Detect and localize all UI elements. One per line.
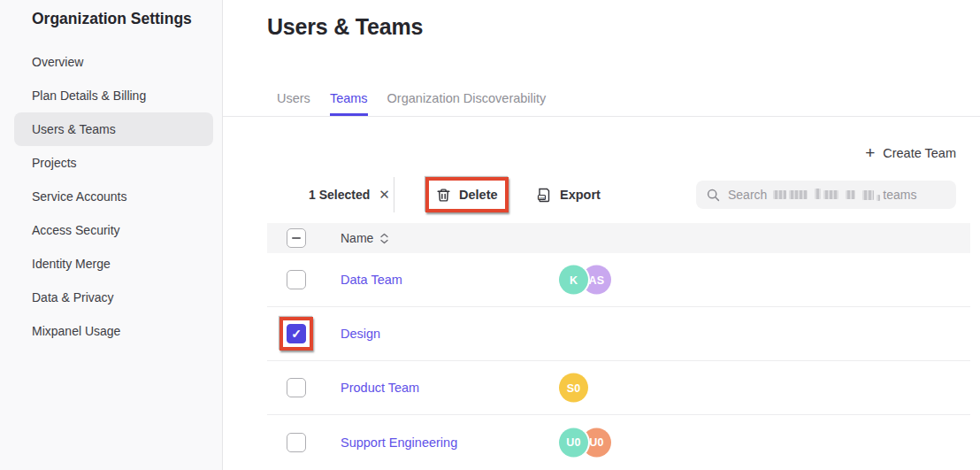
main-content: Users & Teams Users Teams Organization D… bbox=[223, 0, 980, 470]
annotation-highlight-checkbox: ✓ bbox=[279, 317, 313, 351]
redacted-text-block bbox=[877, 195, 880, 201]
sidebar-item-overview[interactable]: Overview bbox=[14, 45, 213, 79]
teams-table: Name Data Team K AS ✓ bbox=[267, 223, 970, 470]
check-icon: ✓ bbox=[291, 327, 302, 340]
table-row: ✓ Design bbox=[267, 307, 970, 361]
sidebar-item-plan-details-billing[interactable]: Plan Details & Billing bbox=[14, 79, 213, 112]
sidebar-item-mixpanel-usage[interactable]: Mixpanel Usage bbox=[14, 314, 213, 348]
member-avatars: S0 bbox=[559, 374, 588, 403]
indeterminate-icon bbox=[292, 237, 301, 239]
tab-organization-discoverability[interactable]: Organization Discoverability bbox=[387, 81, 547, 116]
name-column-header[interactable]: Name bbox=[341, 231, 388, 245]
member-avatars: K AS bbox=[559, 266, 611, 295]
redacted-text-block bbox=[773, 190, 786, 199]
export-button[interactable]: csv Export bbox=[529, 177, 608, 212]
row-checkbox-data-team[interactable] bbox=[287, 270, 306, 289]
tab-teams[interactable]: Teams bbox=[330, 81, 368, 116]
member-avatars: U0 U0 bbox=[559, 428, 611, 457]
clear-selection-button[interactable]: ✕ bbox=[379, 187, 390, 203]
table-row: Support Engineering U0 U0 bbox=[267, 415, 970, 469]
sidebar-nav: Overview Plan Details & Billing Users & … bbox=[0, 45, 222, 348]
sort-icon[interactable] bbox=[380, 233, 388, 244]
toolbar-divider bbox=[394, 177, 394, 212]
close-icon: ✕ bbox=[379, 187, 390, 202]
row-checkbox-support-engineering[interactable] bbox=[287, 433, 306, 452]
team-link-product-team[interactable]: Product Team bbox=[341, 381, 419, 395]
selection-count-label: 1 Selected bbox=[309, 188, 370, 202]
delete-button[interactable]: Delete bbox=[429, 181, 505, 209]
redacted-text-block bbox=[815, 189, 821, 199]
row-checkbox-product-team[interactable] bbox=[287, 378, 306, 397]
delete-label: Delete bbox=[459, 188, 498, 202]
team-link-design[interactable]: Design bbox=[341, 327, 380, 341]
trash-icon bbox=[436, 188, 451, 203]
annotation-highlight-delete: Delete bbox=[425, 177, 509, 212]
bulk-action-toolbar: 1 Selected ✕ Delete bbox=[223, 177, 956, 212]
team-link-data-team[interactable]: Data Team bbox=[341, 273, 402, 287]
tab-bar: Users Teams Organization Discoverability bbox=[223, 81, 980, 117]
redacted-text-block bbox=[823, 190, 838, 199]
sidebar-item-access-security[interactable]: Access Security bbox=[14, 213, 213, 247]
sidebar-item-users-teams[interactable]: Users & Teams bbox=[14, 112, 213, 146]
redacted-text-block bbox=[846, 190, 855, 199]
avatar: K bbox=[559, 266, 588, 295]
sidebar-title: Organization Settings bbox=[32, 10, 192, 28]
select-all-checkbox[interactable] bbox=[287, 228, 306, 248]
avatar: U0 bbox=[559, 428, 588, 457]
row-checkbox-design[interactable]: ✓ bbox=[287, 324, 306, 343]
team-link-support-engineering[interactable]: Support Engineering bbox=[341, 435, 457, 450]
redacted-text-block bbox=[789, 190, 808, 199]
plus-icon: + bbox=[865, 144, 875, 161]
avatar: S0 bbox=[559, 374, 588, 403]
csv-file-icon: csv bbox=[536, 187, 552, 203]
selection-summary: 1 Selected ✕ bbox=[309, 177, 390, 212]
sidebar: Organization Settings Overview Plan Deta… bbox=[0, 0, 223, 470]
sidebar-item-projects[interactable]: Projects bbox=[14, 146, 213, 180]
tab-users[interactable]: Users bbox=[277, 81, 310, 116]
page-title: Users & Teams bbox=[267, 14, 423, 40]
search-placeholder: Search teams bbox=[728, 188, 916, 202]
sidebar-item-identity-merge[interactable]: Identity Merge bbox=[14, 247, 213, 281]
table-row: Product Team S0 bbox=[267, 361, 970, 415]
svg-text:csv: csv bbox=[540, 196, 546, 200]
search-input[interactable]: Search teams bbox=[696, 181, 956, 209]
search-icon bbox=[707, 189, 720, 202]
create-team-button[interactable]: + Create Team bbox=[865, 144, 956, 161]
redacted-text-block bbox=[862, 190, 874, 200]
table-row: Data Team K AS bbox=[267, 253, 970, 307]
sidebar-item-data-privacy[interactable]: Data & Privacy bbox=[14, 281, 213, 314]
table-header-row: Name bbox=[267, 223, 970, 253]
export-label: Export bbox=[560, 188, 601, 202]
sidebar-item-service-accounts[interactable]: Service Accounts bbox=[14, 180, 213, 213]
create-team-label: Create Team bbox=[883, 146, 956, 160]
